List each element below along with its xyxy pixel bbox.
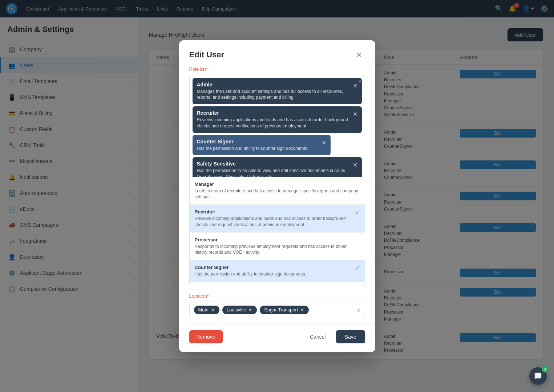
- role-pill-recruiter: Recruiter Reviews incoming applications …: [193, 106, 362, 133]
- footer-right-actions: Cancel Save: [304, 330, 365, 343]
- role-pill-admin: Admin Manages the user and account setti…: [193, 78, 362, 105]
- role-option-manager-name: Manager: [195, 181, 360, 187]
- remove-louisville-location[interactable]: ✕: [248, 307, 252, 313]
- role-option-processor-desc: Responds to incoming previous employment…: [195, 244, 360, 256]
- role-pill-recruiter-desc: Reviews incoming applications and leads …: [197, 117, 350, 129]
- location-label: Location*: [189, 293, 365, 299]
- role-option-recruiter-desc: Reviews incoming applications and leads …: [195, 216, 352, 228]
- role-option-processor-name: Processor: [195, 237, 360, 242]
- location-sugar-transport-label: Sugar Transport: [264, 307, 298, 313]
- location-dropdown-icon[interactable]: ∨: [357, 307, 360, 313]
- role-option-processor-content: Processor Responds to incoming previous …: [195, 237, 360, 256]
- role-pill-safetysensitive-content: Safety Sensitive Has the permissions to …: [197, 161, 350, 176]
- role-option-recruiter-content: Recruiter Reviews incoming applications …: [195, 209, 352, 228]
- chat-button[interactable]: 3: [529, 367, 547, 385]
- location-louisville-label: Louisville: [227, 307, 246, 313]
- role-pill-safetysensitive: Safety Sensitive Has the permissions to …: [193, 157, 362, 176]
- save-button[interactable]: Save: [336, 330, 365, 343]
- role-pill-countersigner-name: Counter Signer: [197, 139, 319, 144]
- role-list-label: Role list*: [189, 66, 365, 72]
- remove-admin-button[interactable]: ✕: [353, 82, 357, 89]
- role-pill-safetysensitive-name: Safety Sensitive: [197, 161, 350, 167]
- edit-user-modal: Edit User ✕ Role list* Admin Manages the…: [179, 40, 375, 352]
- location-tag-main: Main ✕: [194, 306, 219, 314]
- role-option-manager-desc: Leads a team of recruiters and has acces…: [195, 188, 360, 200]
- role-option-recruiter[interactable]: Recruiter Reviews incoming applications …: [190, 205, 365, 233]
- role-option-recruiter-name: Recruiter: [195, 209, 352, 215]
- role-pill-countersigner: Counter Signer Has the permission and ab…: [193, 135, 331, 155]
- role-pill-countersigner-desc: Has the permission and ability to counte…: [197, 146, 319, 152]
- role-options-list: Manager Leads a team of recruiters and h…: [190, 177, 365, 286]
- role-option-manager-content: Manager Leads a team of recruiters and h…: [195, 181, 360, 200]
- selected-roles-list: Admin Manages the user and account setti…: [190, 75, 365, 177]
- role-option-counter-signer-content: Counter Signer Has the permission and ab…: [195, 265, 352, 277]
- countersigner-check-icon: ✓: [355, 265, 360, 271]
- chat-badge: 3: [542, 366, 548, 372]
- role-option-processor[interactable]: Processor Responds to incoming previous …: [190, 233, 365, 261]
- role-pill-safetysensitive-desc: Has the permissions to be able to view a…: [197, 168, 350, 176]
- location-tag-louisville: Louisville ✕: [222, 306, 257, 314]
- scroll-up-icon[interactable]: ∧: [358, 78, 362, 84]
- remove-user-button[interactable]: Remove: [189, 330, 223, 343]
- role-option-counter-signer[interactable]: Counter Signer Has the permission and ab…: [190, 260, 365, 282]
- remove-recruiter-button[interactable]: ✕: [353, 111, 357, 118]
- cancel-button[interactable]: Cancel: [304, 330, 332, 343]
- role-option-counter-signer-desc: Has the permission and ability to counte…: [195, 271, 352, 277]
- modal-title: Edit User: [189, 50, 225, 60]
- location-tag-sugar-transport: Sugar Transport ✕: [260, 306, 309, 314]
- recruiter-check-icon: ✓: [355, 209, 360, 216]
- location-input[interactable]: Main ✕ Louisville ✕ Sugar Transport ✕ ∨: [189, 302, 365, 318]
- remove-main-location[interactable]: ✕: [211, 307, 215, 313]
- modal-body: Role list* Admin Manages the user and ac…: [179, 66, 375, 318]
- modal-overlay[interactable]: Edit User ✕ Role list* Admin Manages the…: [0, 0, 554, 392]
- modal-footer: Remove Cancel Save: [179, 324, 375, 352]
- role-pill-admin-content: Admin Manages the user and account setti…: [197, 82, 350, 101]
- role-pill-countersigner-content: Counter Signer Has the permission and ab…: [197, 139, 319, 152]
- remove-countersigner-button[interactable]: ✕: [322, 139, 326, 146]
- modal-close-button[interactable]: ✕: [353, 49, 365, 61]
- location-section: Location* Main ✕ Louisville ✕ Sugar Tran…: [189, 293, 365, 318]
- role-container: Admin Manages the user and account setti…: [189, 75, 365, 286]
- role-option-dq-file[interactable]: DQ File Compliance Communicates with hir…: [190, 282, 365, 285]
- modal-header: Edit User ✕: [179, 40, 375, 66]
- remove-safetysensitive-button[interactable]: ✕: [353, 162, 357, 168]
- role-pill-admin-name: Admin: [197, 82, 350, 87]
- role-pill-recruiter-content: Recruiter Reviews incoming applications …: [197, 110, 350, 129]
- role-option-counter-signer-name: Counter Signer: [195, 265, 352, 270]
- role-pill-admin-desc: Manages the user and account settings an…: [197, 89, 350, 101]
- role-pill-recruiter-name: Recruiter: [197, 110, 350, 116]
- location-main-label: Main: [198, 307, 209, 313]
- remove-sugar-transport-location[interactable]: ✕: [300, 307, 304, 313]
- role-option-manager[interactable]: Manager Leads a team of recruiters and h…: [190, 177, 365, 205]
